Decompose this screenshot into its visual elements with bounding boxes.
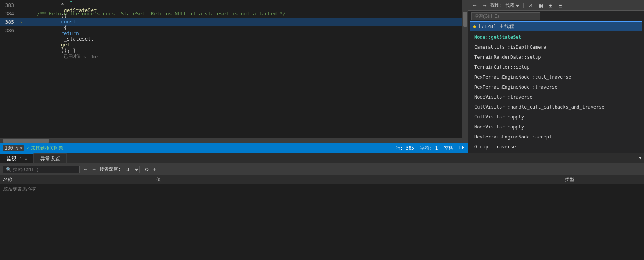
search-icon: 🔍 (6, 167, 11, 172)
separator (523, 3, 524, 8)
stack-item-0[interactable]: Node::getStateSet (468, 32, 644, 42)
stack-item-1[interactable]: CameraUtils::isDepthCamera (468, 42, 644, 52)
stack-item-label: TerrainCuller::setup (474, 64, 530, 70)
view-label-text: 视图: (490, 2, 502, 8)
stack-item-label: NodeVisitor::apply (474, 124, 524, 130)
current-line-arrow: ⇒ (19, 19, 25, 25)
stack-item-label: RexTerrainEngineNode::accept (474, 134, 552, 140)
search-button[interactable]: ⊟ (556, 2, 565, 9)
tab-spacer (67, 153, 636, 163)
forward-button[interactable]: → (480, 2, 489, 9)
status-info: 行: 385 字符: 1 空格 LF (396, 145, 465, 151)
stack-item-label: NodeVisitor::traverse (474, 94, 533, 100)
stack-item-8[interactable]: CullVisitor::apply (468, 112, 644, 122)
code-status-bar: 100 % ▼ ✓ 未找到相关问题 行: 385 字符: 1 空格 LF (0, 143, 468, 153)
zoom-value: 100 % (5, 145, 18, 151)
tab-dropdown-icon: ▼ (639, 156, 641, 160)
watch-body[interactable]: 添加要监视的项 (0, 184, 644, 260)
col-name-header: 名称 (0, 176, 153, 183)
zoom-control[interactable]: 100 % ▼ (3, 145, 24, 151)
line-number: 386 (2, 28, 19, 33)
col-type-header: 类型 (562, 176, 639, 183)
back-button[interactable]: ← (470, 2, 479, 9)
view-label: 视图: 线程 (490, 2, 521, 8)
line-number: 383 (2, 2, 19, 8)
tab-watch-1[interactable]: 监视 1 ✕ (0, 153, 34, 163)
right-panel: ← → 视图: 线程 ⊿ ▦ ⊞ ⊟ ● (468, 0, 644, 153)
row-info: 行: 385 (396, 145, 414, 151)
layout-button[interactable]: ▦ (536, 2, 545, 9)
stack-item-5[interactable]: RexTerrainEngineNode::traverse (468, 82, 644, 92)
stack-item-10[interactable]: RexTerrainEngineNode::accept (468, 132, 644, 142)
refresh-btn[interactable]: ↻ (144, 166, 150, 173)
tab-watch-1-close[interactable]: ✕ (25, 156, 28, 161)
col-info: 字符: 1 (420, 145, 438, 151)
stack-item-label: CullVisitor::handle_cull_callbacks_and_t… (474, 104, 605, 110)
stack-item-2[interactable]: TerrainRenderData::setup (468, 52, 644, 62)
encoding-info: LF (459, 145, 465, 151)
search-forward-btn[interactable]: → (91, 166, 97, 173)
watch-table: 名称 值 类型 添加要监视的项 (0, 175, 644, 260)
bottom-toolbar: 🔍 ← → 搜索深度: 3 5 10 ↻ + (0, 164, 644, 175)
line-code: inline const osg::StateSet * getStateSet… (25, 0, 466, 65)
line-number: 384 (2, 11, 19, 16)
stack-item-label: RexTerrainEngineNode::cull_traverse (474, 74, 571, 80)
stack-item-7[interactable]: CullVisitor::handle_cull_callbacks_and_t… (468, 102, 644, 112)
thread-id: [7128] 主线程 (478, 23, 514, 30)
status-ok: ✓ 未找到相关问题 (27, 145, 63, 151)
ok-text: 未找到相关问题 (31, 145, 63, 151)
stack-item-3[interactable]: TerrainCuller::setup (468, 62, 644, 72)
right-search-input[interactable] (471, 12, 540, 20)
stack-item-label: RexTerrainEngineNode::traverse (474, 84, 557, 90)
horizontal-scrollbar[interactable] (0, 138, 462, 143)
watch-table-header: 名称 值 类型 (0, 175, 644, 184)
call-stack-list[interactable]: Node::getStateSet CameraUtils::isDepthCa… (468, 32, 644, 153)
add-btn[interactable]: + (152, 165, 157, 174)
stack-item-label: TerrainRenderData::setup (474, 54, 541, 60)
settings-button[interactable]: ⊞ (546, 2, 555, 9)
right-search-bar (468, 11, 644, 21)
line-number: 385 (2, 19, 19, 25)
bottom-tabs: 监视 1 ✕ 异常设置 ▼ (0, 153, 644, 164)
search-back-btn[interactable]: ← (82, 166, 88, 173)
col-value-header: 值 (153, 176, 562, 183)
stack-item-label: CullVisitor::apply (474, 114, 524, 120)
ok-icon: ✓ (27, 145, 29, 151)
zoom-dropdown-icon[interactable]: ▼ (20, 146, 22, 150)
vertical-scrollbar[interactable] (462, 0, 468, 143)
watch-add-item[interactable]: 添加要监视的项 (3, 186, 641, 193)
right-panel-toolbar: ← → 视图: 线程 ⊿ ▦ ⊞ ⊟ (468, 0, 644, 11)
timing-badge: 已用时间 <= 1ms (64, 54, 98, 59)
code-line-385[interactable]: 385 ⇒ inline const osg::StateSet * getSt… (0, 18, 468, 26)
depth-select[interactable]: 3 5 10 (123, 166, 140, 173)
stack-item-label: Node::getStateSet (474, 35, 521, 40)
depth-label: 搜索深度: (100, 166, 121, 173)
tab-watch-1-label: 监视 1 (7, 155, 23, 162)
tab-exception-settings[interactable]: 异常设置 (34, 153, 67, 163)
indent-info: 空格 (444, 145, 453, 151)
tab-dropdown[interactable]: ▼ (636, 153, 644, 163)
search-box[interactable]: 🔍 (3, 166, 80, 173)
stack-item-label: CameraUtils::isDepthCamera (474, 44, 546, 50)
thread-icon: ● (473, 24, 476, 29)
stack-item-6[interactable]: NodeVisitor::traverse (468, 92, 644, 102)
filter-button[interactable]: ⊿ (526, 2, 535, 9)
view-select[interactable]: 线程 (504, 2, 521, 8)
stack-item-11[interactable]: Group::traverse (468, 142, 644, 152)
stack-item-9[interactable]: NodeVisitor::apply (468, 122, 644, 132)
watch-search-input[interactable] (13, 167, 74, 172)
thread-header[interactable]: ● [7128] 主线程 (470, 21, 642, 31)
tab-exception-settings-label: 异常设置 (40, 155, 60, 162)
bottom-panel: 监视 1 ✕ 异常设置 ▼ 🔍 ← → 搜索深度: 3 5 (0, 153, 644, 260)
stack-item-label: Group::traverse (474, 144, 516, 150)
stack-item-4[interactable]: RexTerrainEngineNode::cull_traverse (468, 72, 644, 82)
